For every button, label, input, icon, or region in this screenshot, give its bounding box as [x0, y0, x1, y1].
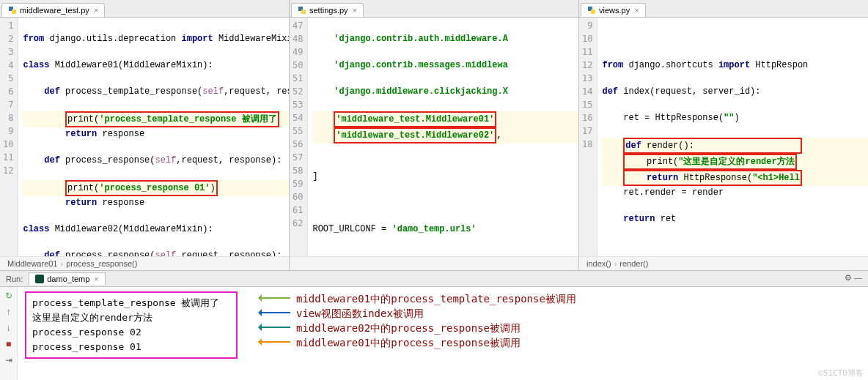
close-icon[interactable]: × — [94, 275, 98, 283]
gutter-mid: 47484950515253545556575859606162 — [290, 18, 308, 256]
code-mid[interactable]: 'django.contrib.auth.middleware.A 'djang… — [308, 18, 578, 256]
python-file-icon — [587, 6, 596, 15]
console-line: process_template_response 被调用了 — [32, 296, 230, 310]
svg-rect-3 — [301, 10, 306, 14]
editor-pane-right: views.py × 9101112131415161718 from djan… — [579, 0, 868, 270]
close-icon[interactable]: × — [634, 6, 639, 15]
wrap-button[interactable]: ⇥ — [3, 354, 15, 366]
tab-middleware-test[interactable]: middleware_test.py × — [1, 3, 105, 17]
tab-label: views.py — [599, 6, 630, 15]
python-file-icon — [8, 6, 17, 15]
run-toolbar: ↻ ↑ ↓ ■ ⇥ — [0, 287, 18, 380]
code-left[interactable]: from django.utils.deprecation import Mid… — [18, 18, 289, 256]
breadcrumb-right: index()›render() — [579, 256, 868, 270]
run-config-name: damo_temp — [47, 275, 89, 283]
tabbar-right: views.py × — [579, 0, 868, 18]
arrow-icon — [261, 341, 290, 343]
code-area-right[interactable]: 9101112131415161718 from django.shortcut… — [579, 18, 868, 256]
tab-label: middleware_test.py — [20, 6, 89, 15]
arrow-icon — [261, 312, 290, 313]
breadcrumb-left: Middleware01›process_response() — [0, 256, 289, 270]
console-highlight-box: process_template_response 被调用了 这里是自定义的re… — [25, 291, 238, 359]
breadcrumb-mid — [290, 256, 578, 270]
run-label: Run: — [0, 275, 29, 283]
gutter-right: 9101112131415161718 — [579, 18, 597, 256]
annotation-line: view视图函数index被调用 — [296, 306, 576, 321]
annotation-line: middleware02中的process_response被调用 — [296, 321, 576, 335]
up-button[interactable]: ↑ — [3, 306, 15, 318]
tab-label: settings.py — [309, 6, 348, 15]
stop-button[interactable]: ■ — [3, 338, 15, 350]
django-icon — [35, 275, 44, 283]
tab-views[interactable]: views.py × — [581, 3, 646, 17]
annotation-line: middleware01中的process_response被调用 — [296, 335, 576, 350]
console-line: process_response 01 — [32, 340, 230, 354]
run-panel: Run: damo_temp × ⚙ — ↻ ↑ ↓ ■ ⇥ process_t… — [0, 271, 868, 380]
watermark: ©51CTO博客 — [818, 368, 864, 379]
tabbar-mid: settings.py × — [290, 0, 578, 18]
console-output[interactable]: process_template_response 被调用了 这里是自定义的re… — [18, 287, 868, 380]
annotation-line: middleware01中的process_template_response被… — [296, 291, 576, 306]
svg-rect-1 — [12, 10, 16, 14]
tab-settings[interactable]: settings.py × — [291, 3, 364, 17]
console-line: process_response 02 — [32, 325, 230, 340]
editor-pane-left: middleware_test.py × 123456789101112 fro… — [0, 0, 290, 270]
rerun-button[interactable]: ↻ — [3, 290, 15, 302]
editor-pane-mid: settings.py × 47484950515253545556575859… — [290, 0, 579, 270]
close-icon[interactable]: × — [94, 6, 98, 15]
arrow-icon — [261, 297, 290, 299]
code-right[interactable]: from django.shortcuts import HttpRespon … — [597, 18, 868, 256]
code-area-left[interactable]: 123456789101112 from django.utils.deprec… — [0, 18, 289, 256]
console-line: 这里是自定义的render方法 — [32, 310, 230, 325]
gear-icon[interactable]: ⚙ — — [845, 273, 862, 283]
down-button[interactable]: ↓ — [3, 322, 15, 334]
svg-rect-5 — [591, 10, 595, 14]
run-config-tab[interactable]: damo_temp × — [29, 272, 106, 285]
gutter-left: 123456789101112 — [0, 18, 18, 256]
arrow-icon — [261, 327, 290, 328]
close-icon[interactable]: × — [353, 6, 357, 15]
run-header: Run: damo_temp × ⚙ — — [0, 271, 868, 287]
annotations: middleware01中的process_template_response被… — [296, 291, 576, 350]
code-area-mid[interactable]: 47484950515253545556575859606162 'django… — [290, 18, 578, 256]
python-file-icon — [298, 6, 306, 15]
tabbar-left: middleware_test.py × — [0, 0, 289, 18]
